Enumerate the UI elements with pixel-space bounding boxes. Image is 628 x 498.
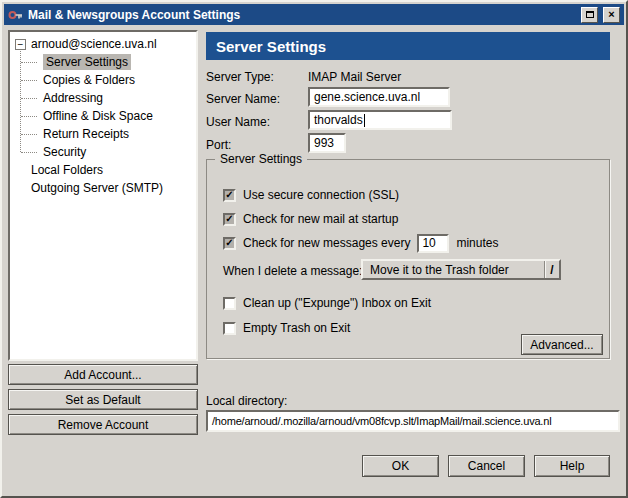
tree-account-row[interactable]: − arnoud@science.uva.nl xyxy=(10,35,196,53)
collapse-expander-icon[interactable]: − xyxy=(15,39,26,50)
set-as-default-button[interactable]: Set as Default xyxy=(8,389,198,410)
close-button[interactable]: × xyxy=(603,7,620,23)
check-startup-row: ✓ Check for new mail at startup xyxy=(223,210,398,228)
ok-button[interactable]: OK xyxy=(362,455,439,477)
sidebar-item-server-settings[interactable]: Server Settings xyxy=(10,53,196,71)
check-startup-checkbox[interactable]: ✓ xyxy=(223,213,236,226)
empty-trash-row: Empty Trash on Exit xyxy=(223,319,350,337)
check-icon: ✓ xyxy=(225,214,233,224)
sidebar-item-local-folders[interactable]: Local Folders xyxy=(10,161,196,179)
check-interval-row: ✓ Check for new messages every 10 minute… xyxy=(223,234,498,252)
interval-minutes-input[interactable]: 10 xyxy=(417,234,449,253)
server-type-value: IMAP Mail Server xyxy=(308,68,401,86)
delete-message-row: When I delete a message: xyxy=(223,262,362,280)
user-name-input[interactable]: thorvalds xyxy=(308,110,452,130)
server-type-label: Server Type: xyxy=(206,68,274,86)
sidebar-item-copies-folders[interactable]: Copies & Folders xyxy=(10,71,196,89)
pane-title: Server Settings xyxy=(206,32,610,60)
sidebar-item-outgoing-server[interactable]: Outgoing Server (SMTP) xyxy=(10,179,196,197)
user-name-label: User Name: xyxy=(206,113,270,131)
delete-message-selected-value: Move it to the Trash folder xyxy=(363,263,544,277)
sidebar-item-offline-disk-space[interactable]: Offline & Disk Space xyxy=(10,107,196,125)
sidebar-item-security[interactable]: Security xyxy=(10,143,196,161)
title-bar[interactable]: Mail & Newsgroups Account Settings × xyxy=(4,4,624,25)
empty-trash-label: Empty Trash on Exit xyxy=(243,321,350,335)
check-startup-label: Check for new mail at startup xyxy=(243,212,398,226)
expunge-checkbox[interactable] xyxy=(223,297,236,310)
group-title: Server Settings xyxy=(215,152,307,166)
local-directory-input[interactable]: /home/arnoud/.mozilla/arnoud/vm08fcvp.sl… xyxy=(206,410,620,432)
server-name-input[interactable]: gene.science.uva.nl xyxy=(308,87,450,107)
interval-minutes-suffix: minutes xyxy=(456,236,498,250)
dropdown-indicator-icon: / xyxy=(544,261,559,278)
ssl-label: Use secure connection (SSL) xyxy=(243,188,399,202)
help-button[interactable]: Help xyxy=(534,455,610,477)
check-interval-checkbox[interactable]: ✓ xyxy=(223,237,236,250)
tree-account-label[interactable]: arnoud@science.uva.nl xyxy=(31,37,157,51)
server-settings-group: Server Settings ✓ Use secure connection … xyxy=(206,159,610,359)
expunge-row: Clean up ("Expunge") Inbox on Exit xyxy=(223,294,431,312)
ssl-row: ✓ Use secure connection (SSL) xyxy=(223,186,399,204)
tree-account-children: Server Settings Copies & Folders Address… xyxy=(10,53,196,161)
check-icon: ✓ xyxy=(225,190,233,200)
sidebar-item-addressing[interactable]: Addressing xyxy=(10,89,196,107)
check-icon: ✓ xyxy=(225,238,233,248)
remove-account-button[interactable]: Remove Account xyxy=(8,414,198,435)
close-icon: × xyxy=(608,9,614,20)
maximize-button[interactable] xyxy=(581,7,598,23)
account-settings-window: Mail & Newsgroups Account Settings × − a… xyxy=(0,0,628,498)
maximize-icon xyxy=(586,11,594,18)
local-directory-label: Local directory: xyxy=(206,392,287,410)
advanced-button[interactable]: Advanced... xyxy=(521,334,603,355)
cancel-button[interactable]: Cancel xyxy=(448,455,525,477)
check-interval-label: Check for new messages every xyxy=(243,236,410,250)
expunge-label: Clean up ("Expunge") Inbox on Exit xyxy=(243,296,431,310)
window-title: Mail & Newsgroups Account Settings xyxy=(28,8,576,22)
delete-message-dropdown[interactable]: Move it to the Trash folder / xyxy=(361,259,561,280)
ssl-checkbox[interactable]: ✓ xyxy=(223,189,236,202)
port-input[interactable]: 993 xyxy=(308,133,346,153)
key-icon xyxy=(8,8,23,22)
account-tree[interactable]: − arnoud@science.uva.nl Server Settings … xyxy=(8,30,198,361)
server-name-label: Server Name: xyxy=(206,90,280,108)
delete-message-label: When I delete a message: xyxy=(223,264,362,278)
empty-trash-checkbox[interactable] xyxy=(223,322,236,335)
add-account-button[interactable]: Add Account... xyxy=(8,364,198,385)
sidebar-item-return-receipts[interactable]: Return Receipts xyxy=(10,125,196,143)
text-caret xyxy=(364,114,365,127)
